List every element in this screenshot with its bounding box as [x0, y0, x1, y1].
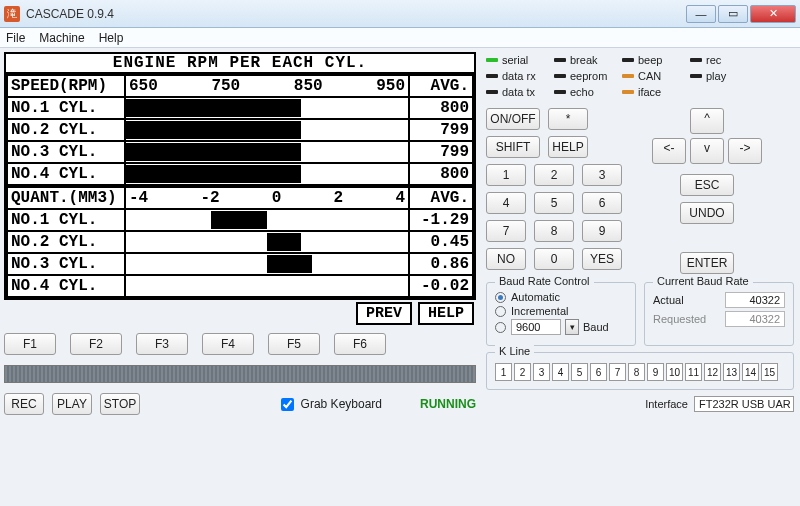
kline-cell[interactable]: 2: [514, 363, 531, 381]
led-icon: [622, 58, 634, 62]
kline-cell[interactable]: 13: [723, 363, 740, 381]
quant-row: NO.3 CYL.0.86: [7, 253, 473, 275]
kline-cell[interactable]: 3: [533, 363, 550, 381]
kline-cell[interactable]: 9: [647, 363, 664, 381]
legend-datarx: data rx: [486, 70, 544, 82]
num-6-button[interactable]: 6: [582, 192, 622, 214]
num-2-button[interactable]: 2: [534, 164, 574, 186]
star-button[interactable]: *: [548, 108, 588, 130]
lcd-display: ENGINE RPM PER EACH CYL. SPEED(RPM) 6507…: [4, 52, 476, 300]
kline-cell[interactable]: 14: [742, 363, 759, 381]
help-key-button[interactable]: HELP: [548, 136, 588, 158]
menu-machine[interactable]: Machine: [39, 31, 84, 45]
no-button[interactable]: NO: [486, 248, 526, 270]
legend-eeprom: eeprom: [554, 70, 612, 82]
minimize-button[interactable]: —: [686, 5, 716, 23]
baud-manual-radio[interactable]: 9600 ▾ Baud: [495, 319, 627, 335]
fkey-f2[interactable]: F2: [70, 333, 122, 355]
num-8-button[interactable]: 8: [534, 220, 574, 242]
num-7-button[interactable]: 7: [486, 220, 526, 242]
led-icon: [486, 58, 498, 62]
led-icon: [486, 90, 498, 94]
fkey-f6[interactable]: F6: [334, 333, 386, 355]
num-3-button[interactable]: 3: [582, 164, 622, 186]
rpm-bar-cell: [125, 141, 409, 163]
num-0-button[interactable]: 0: [534, 248, 574, 270]
fkey-f4[interactable]: F4: [202, 333, 254, 355]
kline-cell[interactable]: 15: [761, 363, 778, 381]
maximize-button[interactable]: ▭: [718, 5, 748, 23]
enter-button[interactable]: ENTER: [680, 252, 734, 274]
kline-cell[interactable]: 12: [704, 363, 721, 381]
baud-incr-radio[interactable]: Incremental: [495, 305, 627, 317]
kline-title: K Line: [495, 345, 534, 357]
kline-cell[interactable]: 7: [609, 363, 626, 381]
rpm-label: NO.2 CYL.: [7, 119, 125, 141]
kline-cell[interactable]: 8: [628, 363, 645, 381]
quant-value: 0.86: [409, 253, 473, 275]
lcd-prev-button[interactable]: PREV: [356, 302, 412, 325]
rec-button[interactable]: REC: [4, 393, 44, 415]
lcd-help-button[interactable]: HELP: [418, 302, 474, 325]
quant-bar-cell: [125, 209, 409, 231]
menu-file[interactable]: File: [6, 31, 25, 45]
kline-cell[interactable]: 11: [685, 363, 702, 381]
rpm-row: NO.4 CYL.800: [7, 163, 473, 185]
shift-button[interactable]: SHIFT: [486, 136, 540, 158]
fkey-f5[interactable]: F5: [268, 333, 320, 355]
led-icon: [690, 58, 702, 62]
close-button[interactable]: ✕: [750, 5, 796, 23]
play-button[interactable]: PLAY: [52, 393, 92, 415]
quant-axis-label: QUANT.(MM3): [7, 187, 125, 209]
baud-auto-radio[interactable]: Automatic: [495, 291, 627, 303]
stop-button[interactable]: STOP: [100, 393, 140, 415]
titlebar: 滝 CASCADE 0.9.4 — ▭ ✕: [0, 0, 800, 28]
quant-row: NO.4 CYL.-0.02: [7, 275, 473, 297]
quant-tick: 0: [272, 190, 282, 206]
kline-cell[interactable]: 6: [590, 363, 607, 381]
num-4-button[interactable]: 4: [486, 192, 526, 214]
rpm-bar: [126, 165, 301, 183]
arrow-up-button[interactable]: ^: [690, 108, 724, 134]
arrow-down-button[interactable]: v: [690, 138, 724, 164]
baud-value-select[interactable]: 9600: [511, 319, 561, 335]
menu-help[interactable]: Help: [99, 31, 124, 45]
fkey-f3[interactable]: F3: [136, 333, 188, 355]
yes-button[interactable]: YES: [582, 248, 622, 270]
chevron-down-icon[interactable]: ▾: [565, 319, 579, 335]
quant-value: 0.45: [409, 231, 473, 253]
kline-cell[interactable]: 4: [552, 363, 569, 381]
arrow-right-button[interactable]: ->: [728, 138, 762, 164]
rpm-value: 800: [409, 97, 473, 119]
rpm-bar: [126, 143, 301, 161]
kline-cell[interactable]: 10: [666, 363, 683, 381]
fkey-row: F1F2F3F4F5F6: [4, 333, 476, 355]
keypad-main: ON/OFF * SHIFT HELP 1 2 3 4 5 6: [486, 108, 622, 276]
requested-label: Requested: [653, 313, 706, 325]
fkey-f1[interactable]: F1: [4, 333, 56, 355]
quant-bar: [267, 233, 301, 251]
led-icon: [622, 74, 634, 78]
quant-bar-cell: [125, 275, 409, 297]
onoff-button[interactable]: ON/OFF: [486, 108, 540, 130]
arrow-left-button[interactable]: <-: [652, 138, 686, 164]
keypad-nav: ^ <- v -> ESC UNDO ENTER: [652, 108, 762, 276]
rpm-row: NO.1 CYL.800: [7, 97, 473, 119]
legend-CAN: CAN: [622, 70, 680, 82]
kline-cell[interactable]: 1: [495, 363, 512, 381]
rpm-bar-cell: [125, 97, 409, 119]
rpm-value: 799: [409, 119, 473, 141]
requested-value: 40322: [725, 311, 785, 327]
legend-iface: iface: [622, 86, 680, 98]
undo-button[interactable]: UNDO: [680, 202, 734, 224]
esc-button[interactable]: ESC: [680, 174, 734, 196]
kline-cell[interactable]: 5: [571, 363, 588, 381]
baud-unit-label: Baud: [583, 321, 609, 333]
num-1-button[interactable]: 1: [486, 164, 526, 186]
baud-rate-title: Current Baud Rate: [653, 275, 753, 287]
num-5-button[interactable]: 5: [534, 192, 574, 214]
num-9-button[interactable]: 9: [582, 220, 622, 242]
rpm-value: 799: [409, 141, 473, 163]
baud-control-title: Baud Rate Control: [495, 275, 594, 287]
grab-keyboard-checkbox[interactable]: Grab Keyboard: [277, 395, 382, 414]
